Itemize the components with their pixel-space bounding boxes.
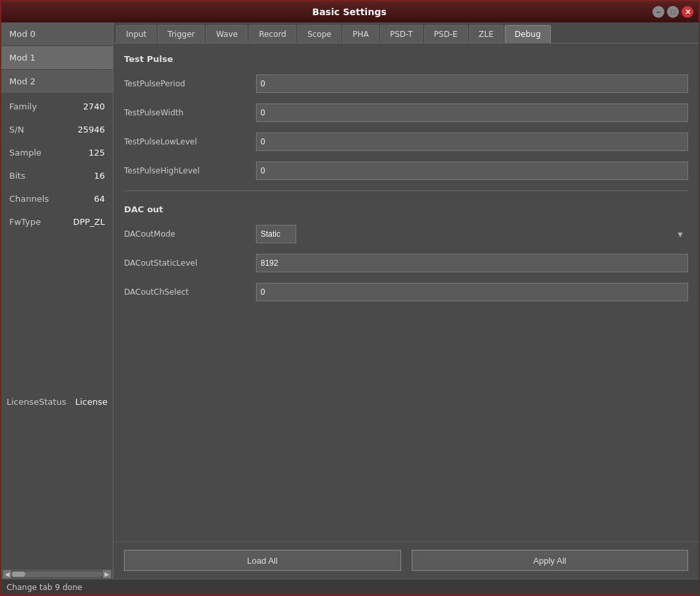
license-value: License — [75, 397, 108, 407]
mod1-label: Mod 1 — [9, 53, 36, 63]
tab-bar: Input Trigger Wave Record Scope PHA PSD-… — [113, 22, 699, 44]
sidebar-item-mod2[interactable]: Mod 2 — [1, 70, 113, 94]
test-pulse-high-label: TestPulseHighLevel — [124, 166, 256, 175]
test-pulse-period-group: TestPulsePeriod — [124, 74, 688, 93]
test-pulse-low-group: TestPulseLowLevel — [124, 133, 688, 151]
family-value: 2740 — [83, 102, 105, 111]
minimize-button[interactable]: – — [652, 6, 664, 18]
apply-all-button[interactable]: Apply All — [412, 550, 689, 571]
test-pulse-high-input[interactable] — [256, 162, 688, 180]
test-pulse-width-input[interactable] — [256, 104, 688, 122]
tab-wave[interactable]: Wave — [206, 25, 247, 43]
sidebar-item-mod1[interactable]: Mod 1 — [1, 46, 113, 70]
sn-label: S/N — [9, 125, 24, 134]
sidebar-scrollbar[interactable]: ◀ ▶ — [1, 568, 113, 579]
form-area: Test Pulse TestPulsePeriod TestPulseWidt… — [113, 44, 699, 541]
scroll-track[interactable] — [12, 572, 102, 577]
sample-label: Sample — [9, 148, 42, 158]
test-pulse-width-label: TestPulseWidth — [124, 108, 256, 117]
tab-psd-t[interactable]: PSD-T — [380, 25, 423, 43]
dac-out-mode-label: DACoutMode — [124, 229, 256, 239]
info-sample: Sample 125 — [9, 148, 105, 158]
sample-value: 125 — [88, 148, 105, 158]
info-sn: S/N 25946 — [9, 125, 105, 134]
tab-psd-e[interactable]: PSD-E — [424, 25, 468, 43]
dac-out-section-title: DAC out — [124, 202, 688, 217]
dac-out-mode-select[interactable]: Static Dynamic — [256, 225, 296, 243]
info-fwtype: FwType DPP_ZL — [9, 217, 105, 227]
mod0-label: Mod 0 — [9, 29, 36, 39]
tab-debug[interactable]: Debug — [505, 25, 550, 43]
license-label: LicenseStatus — [7, 397, 66, 407]
main-window: Basic Settings – □ ✕ Mod 0 Mod 1 Mod 2 F… — [0, 0, 700, 596]
dac-out-mode-group: DACoutMode Static Dynamic — [124, 225, 688, 243]
dac-out-ch-select-group: DACoutChSelect — [124, 283, 688, 301]
fwtype-value: DPP_ZL — [73, 217, 105, 227]
info-channels: Channels 64 — [9, 194, 105, 204]
sidebar: Mod 0 Mod 1 Mod 2 Family 2740 S/N 25946 … — [1, 22, 113, 579]
scroll-thumb[interactable] — [12, 572, 25, 577]
info-bits: Bits 16 — [9, 171, 105, 181]
info-family: Family 2740 — [9, 102, 105, 111]
tab-scope[interactable]: Scope — [298, 25, 342, 43]
family-label: Family — [9, 102, 37, 111]
sidebar-info: Family 2740 S/N 25946 Sample 125 Bits 16… — [1, 94, 113, 235]
titlebar: Basic Settings – □ ✕ — [1, 1, 699, 22]
scroll-left-arrow[interactable]: ◀ — [3, 570, 12, 579]
license-area: LicenseStatus License — [1, 392, 113, 412]
status-bar: Change tab 9 done — [1, 579, 699, 595]
fwtype-label: FwType — [9, 217, 41, 227]
test-pulse-width-group: TestPulseWidth — [124, 104, 688, 122]
maximize-button[interactable]: □ — [667, 6, 679, 18]
separator-1 — [124, 191, 688, 191]
close-button[interactable]: ✕ — [682, 6, 693, 18]
test-pulse-low-input[interactable] — [256, 133, 688, 151]
dac-out-static-level-input[interactable] — [256, 254, 688, 272]
test-pulse-high-group: TestPulseHighLevel — [124, 162, 688, 180]
test-pulse-low-label: TestPulseLowLevel — [124, 137, 256, 146]
tab-trigger[interactable]: Trigger — [158, 25, 205, 43]
tab-input[interactable]: Input — [116, 25, 156, 43]
dac-out-static-level-group: DACoutStaticLevel — [124, 254, 688, 272]
bottom-bar: Load All Apply All — [113, 541, 699, 579]
mod2-label: Mod 2 — [9, 76, 36, 86]
info-license: LicenseStatus License — [7, 397, 108, 407]
tab-record[interactable]: Record — [249, 25, 296, 43]
sn-value: 25946 — [78, 125, 105, 134]
bits-value: 16 — [94, 171, 105, 181]
main-panel: Input Trigger Wave Record Scope PHA PSD-… — [113, 22, 699, 579]
channels-value: 64 — [94, 194, 105, 204]
dac-out-ch-select-input[interactable] — [256, 283, 688, 301]
dac-out-mode-select-wrapper: Static Dynamic — [256, 225, 688, 243]
bits-label: Bits — [9, 171, 25, 181]
sidebar-item-mod0[interactable]: Mod 0 — [1, 22, 113, 46]
status-message: Change tab 9 done — [7, 583, 82, 592]
load-all-button[interactable]: Load All — [124, 550, 401, 571]
tab-pha[interactable]: PHA — [342, 25, 378, 43]
tab-zle[interactable]: ZLE — [469, 25, 504, 43]
dac-out-static-level-label: DACoutStaticLevel — [124, 258, 256, 268]
channels-label: Channels — [9, 194, 49, 204]
dac-out-ch-select-label: DACoutChSelect — [124, 287, 256, 297]
window-controls: – □ ✕ — [652, 6, 693, 18]
empty-section — [124, 312, 688, 378]
scroll-right-arrow[interactable]: ▶ — [102, 570, 111, 579]
content-area: Mod 0 Mod 1 Mod 2 Family 2740 S/N 25946 … — [1, 22, 699, 579]
test-pulse-period-input[interactable] — [256, 74, 688, 93]
test-pulse-period-label: TestPulsePeriod — [124, 79, 256, 88]
test-pulse-section-title: Test Pulse — [124, 51, 688, 67]
window-title: Basic Settings — [46, 7, 652, 17]
